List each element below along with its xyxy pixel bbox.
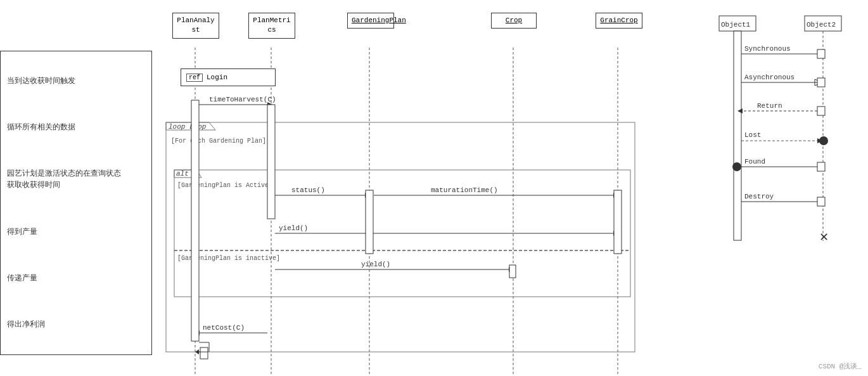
svg-text:timeToHarvest(C): timeToHarvest(C) (209, 96, 276, 103)
note-5: 传递产量 (7, 273, 145, 284)
svg-marker-50 (817, 51, 822, 56)
svg-marker-17 (365, 193, 370, 198)
svg-text:[GardeningPlan is inactive]: [GardeningPlan is inactive] (177, 255, 280, 262)
svg-marker-31 (195, 330, 200, 335)
svg-text:Lost: Lost (744, 131, 761, 139)
svg-point-65 (732, 162, 741, 171)
svg-rect-43 (719, 16, 756, 31)
svg-rect-36 (614, 190, 622, 254)
svg-text:Object2: Object2 (807, 21, 836, 29)
svg-text:Synchronous: Synchronous (744, 45, 791, 53)
lifeline-planmetrics: PlanMetrics (248, 13, 295, 39)
svg-marker-20 (613, 193, 618, 198)
note-2: 循环所有相关的数据 (7, 122, 145, 133)
svg-rect-68 (817, 162, 825, 171)
svg-text:[GardeningPlan is Active]: [GardeningPlan is Active] (177, 182, 272, 189)
notes-panel: 当到达收获时间触发 循环所有相关的数据 园艺计划是激活状态的在查询状态 获取收获… (0, 51, 152, 355)
svg-rect-8 (166, 122, 635, 352)
svg-rect-33 (191, 100, 199, 341)
svg-marker-9 (166, 122, 215, 130)
svg-marker-42 (195, 349, 199, 354)
svg-rect-35 (366, 190, 373, 254)
note-3: 园艺计划是激活状态的在查询状态 获取收获得时间 (7, 168, 145, 191)
watermark: CSDN @浅谈_ (819, 361, 862, 371)
svg-text:status(): status() (291, 186, 325, 194)
svg-text:loop Loop: loop Loop (169, 123, 206, 131)
svg-text:[For each Gardening Plan]: [For each Gardening Plan] (171, 138, 266, 145)
svg-marker-58 (737, 108, 743, 113)
note-6: 得出净利润 (7, 319, 145, 330)
ref-login-box: ref Login (181, 68, 276, 86)
svg-marker-67 (817, 164, 822, 169)
svg-text:alt: alt (176, 170, 189, 178)
svg-rect-52 (817, 49, 825, 58)
ref-tag: ref (186, 74, 203, 82)
svg-text:maturationTime(): maturationTime() (431, 186, 498, 194)
svg-marker-62 (817, 138, 822, 143)
svg-marker-71 (817, 199, 822, 204)
svg-text:Return: Return (757, 102, 782, 110)
lifeline-graincrop: GrainCrop (596, 13, 642, 29)
lifeline-gardeningplan: GardeningPlan (347, 13, 394, 29)
svg-rect-45 (734, 31, 741, 240)
svg-text:yield(): yield() (279, 224, 308, 232)
svg-rect-56 (817, 78, 825, 87)
svg-marker-28 (509, 267, 514, 272)
svg-rect-40 (200, 347, 208, 359)
svg-text:Object1: Object1 (721, 21, 751, 29)
note-4: 得到产量 (7, 226, 145, 238)
svg-rect-60 (817, 107, 825, 115)
svg-rect-37 (509, 265, 516, 278)
lifeline-plananalyst: PlanAnalyst (172, 13, 219, 39)
svg-marker-54 (815, 79, 822, 86)
svg-text:Destroy: Destroy (744, 193, 774, 200)
svg-marker-13 (174, 170, 201, 178)
svg-rect-72 (817, 197, 825, 206)
ref-label: Login (207, 74, 227, 81)
svg-text:Asynchronous: Asynchronous (744, 74, 795, 81)
svg-rect-46 (805, 16, 841, 31)
diagram-container: timeToHarvest(C) loop Loop [For each Gar… (0, 0, 868, 376)
svg-rect-12 (174, 170, 630, 297)
svg-text:Found: Found (744, 158, 765, 165)
svg-text:yield(): yield() (361, 261, 390, 268)
svg-rect-34 (267, 105, 275, 219)
svg-text:✕: ✕ (819, 231, 829, 243)
svg-marker-6 (267, 102, 272, 107)
lifeline-crop: Crop (491, 13, 537, 29)
note-1: 当到达收获时间触发 (7, 75, 145, 87)
svg-text:netCost(C): netCost(C) (203, 324, 245, 332)
svg-marker-23 (613, 231, 618, 236)
svg-point-63 (819, 136, 828, 145)
